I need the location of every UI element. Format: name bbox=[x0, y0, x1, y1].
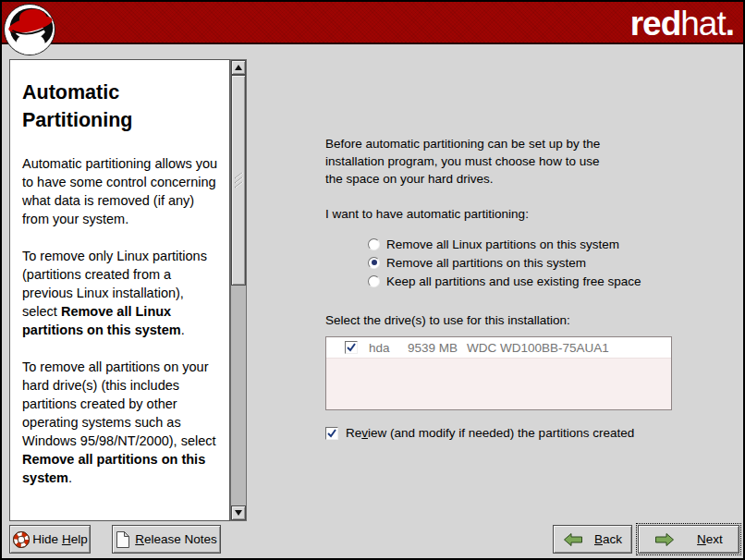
arrow-left-icon bbox=[563, 532, 583, 547]
partitioning-options: Remove all Linux partitions on this syst… bbox=[368, 235, 714, 290]
help-paragraph: To remove all partitions on your hard dr… bbox=[22, 358, 218, 487]
radio-label: Remove all partitions on this system bbox=[386, 256, 586, 270]
radio-button-selected-icon[interactable] bbox=[368, 257, 380, 269]
help-panel: Automatic Partitioning Automatic partiti… bbox=[9, 59, 230, 521]
next-button[interactable]: Next bbox=[638, 525, 739, 554]
thumb-grip-icon bbox=[233, 172, 244, 189]
help-title: Automatic Partitioning bbox=[22, 79, 218, 134]
help-scrollbar[interactable] bbox=[230, 59, 247, 521]
radio-label: Keep all partitions and use existing fre… bbox=[386, 274, 641, 288]
scroll-down-button[interactable] bbox=[231, 505, 246, 520]
intro-text: Before automatic partitioning can be set… bbox=[325, 135, 714, 152]
radio-remove-all-partitions[interactable]: Remove all partitions on this system bbox=[368, 253, 714, 272]
scroll-up-button[interactable] bbox=[231, 60, 246, 75]
back-label: Back bbox=[594, 532, 622, 546]
help-paragraph: To remove only Linux partitions (partiti… bbox=[22, 247, 218, 339]
arrow-right-icon bbox=[654, 532, 675, 547]
drive-model: WDC WD100BB-75AUA1 bbox=[467, 341, 609, 355]
intro-text: the space on your hard drives. bbox=[325, 170, 714, 188]
check-icon bbox=[326, 428, 337, 439]
review-partitions-option[interactable]: Review (and modify if needed) the partit… bbox=[325, 426, 714, 440]
drive-name: hda bbox=[369, 341, 390, 355]
back-button[interactable]: Back bbox=[553, 525, 632, 554]
arrow-down-icon bbox=[235, 510, 242, 516]
drive-checkbox[interactable] bbox=[345, 341, 358, 354]
radio-remove-linux-partitions[interactable]: Remove all Linux partitions on this syst… bbox=[368, 235, 714, 253]
release-notes-button[interactable]: Release Notes bbox=[112, 525, 221, 554]
check-icon bbox=[346, 342, 357, 353]
scrollbar-thumb[interactable] bbox=[231, 75, 246, 286]
radio-button-icon[interactable] bbox=[368, 238, 380, 250]
hide-help-label: Hide Help bbox=[32, 532, 87, 546]
arrow-up-icon bbox=[235, 65, 242, 70]
intro-text: installation program, you must choose ho… bbox=[325, 152, 714, 170]
radio-label: Remove all Linux partitions on this syst… bbox=[386, 237, 619, 251]
radio-keep-all-partitions[interactable]: Keep all partitions and use existing fre… bbox=[368, 272, 714, 290]
help-paragraph: Automatic partitioning allows you to hav… bbox=[22, 154, 218, 228]
next-label: Next bbox=[697, 532, 723, 546]
drive-list[interactable]: hda 9539 MB WDC WD100BB-75AUA1 bbox=[325, 336, 672, 410]
redhat-wordmark: redhat. bbox=[630, 6, 734, 43]
installer-window: redhat. Automatic Partitioning Automatic… bbox=[0, 0, 745, 560]
radio-button-icon[interactable] bbox=[368, 275, 380, 287]
drive-select-label: Select the drive(s) to use for this inst… bbox=[325, 311, 714, 329]
document-icon bbox=[116, 530, 130, 549]
drive-size: 9539 MB bbox=[408, 341, 458, 355]
partitioning-prompt: I want to have automatic partitioning: bbox=[325, 205, 714, 223]
main-content: Before automatic partitioning can be set… bbox=[325, 135, 714, 440]
review-checkbox[interactable] bbox=[325, 427, 338, 440]
review-label: Review (and modify if needed) the partit… bbox=[346, 426, 634, 440]
release-notes-label: Release Notes bbox=[135, 532, 217, 546]
redhat-shadowman-icon bbox=[4, 4, 55, 55]
life-preserver-icon bbox=[12, 530, 31, 549]
drive-row-hda[interactable]: hda 9539 MB WDC WD100BB-75AUA1 bbox=[326, 337, 671, 359]
hide-help-button[interactable]: Hide Help bbox=[9, 525, 91, 554]
